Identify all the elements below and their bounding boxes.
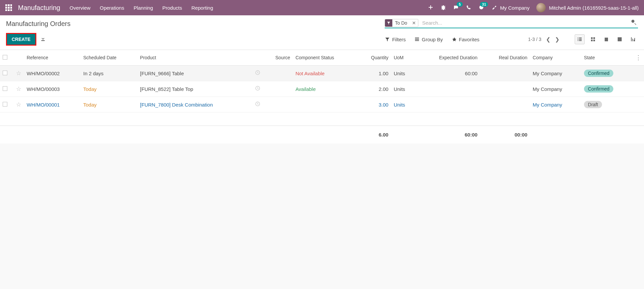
source-cell: [263, 81, 293, 97]
groupby-button[interactable]: Group By: [414, 37, 443, 42]
star-icon[interactable]: ☆: [16, 86, 21, 92]
create-button[interactable]: CREATE: [6, 33, 36, 46]
activity-icon[interactable]: [255, 102, 260, 108]
export-icon[interactable]: [40, 36, 46, 43]
select-all-checkbox[interactable]: [3, 55, 7, 60]
col-scheduled[interactable]: Scheduled Date: [81, 50, 137, 66]
view-pivot-icon[interactable]: [615, 34, 625, 44]
search-icon[interactable]: [631, 19, 638, 27]
star-icon[interactable]: ☆: [16, 70, 21, 77]
uom-cell: Units: [394, 71, 405, 76]
column-options-icon[interactable]: ⋮: [635, 54, 641, 61]
state-badge: Confirmed: [584, 70, 614, 77]
star-icon[interactable]: ☆: [16, 101, 21, 108]
source-cell: [263, 97, 293, 113]
real-cell: [480, 97, 530, 113]
activities-icon[interactable]: 31: [479, 5, 484, 11]
col-expected[interactable]: Expected Duration: [416, 50, 480, 66]
table-row[interactable]: ☆WH/MO/00003Today[FURN_8522] Table TopAv…: [0, 81, 644, 97]
uom-cell: Units: [394, 86, 405, 92]
real-cell: [480, 81, 530, 97]
tools-icon[interactable]: [491, 5, 497, 11]
reference-cell: WH/MO/00002: [27, 71, 60, 76]
view-graph-icon[interactable]: [628, 34, 638, 44]
expected-cell: [416, 97, 480, 113]
row-checkbox[interactable]: [3, 102, 7, 107]
col-component-status[interactable]: Component Status: [293, 50, 357, 66]
messages-badge: 5: [457, 2, 463, 7]
breadcrumb: Manufacturing Orders: [6, 19, 70, 28]
view-calendar-icon[interactable]: [601, 34, 611, 44]
scheduled-cell: In 2 days: [83, 71, 104, 76]
user-name: Mitchell Admin (16165925-saas-15-1-all): [549, 5, 639, 11]
nav-planning[interactable]: Planning: [134, 5, 153, 11]
company-cell: My Company: [533, 102, 562, 108]
filter-chip: To Do ✕: [385, 19, 418, 27]
col-product[interactable]: Product: [137, 50, 252, 66]
control-panel: Manufacturing Orders To Do ✕ CREATE: [0, 15, 644, 50]
nav-operations[interactable]: Operations: [100, 5, 124, 11]
col-uom[interactable]: UoM: [391, 50, 416, 66]
reference-cell: WH/MO/00003: [27, 86, 60, 92]
table-row[interactable]: ☆WH/MO/00002In 2 days[FURN_9666] TableNo…: [0, 66, 644, 81]
component-status-cell: Not Available: [295, 71, 324, 76]
quantity-cell: 1.00: [379, 71, 388, 76]
pager-next-icon[interactable]: ❯: [555, 36, 559, 43]
favorites-button[interactable]: Favorites: [452, 37, 480, 42]
bug-icon[interactable]: [441, 5, 446, 11]
quantity-cell: 2.00: [379, 86, 388, 92]
scheduled-cell: Today: [83, 102, 97, 108]
apps-launcher-icon[interactable]: [5, 4, 12, 11]
phone-icon[interactable]: [466, 5, 471, 11]
quantity-cell: 3.00: [379, 102, 388, 108]
row-checkbox[interactable]: [3, 71, 7, 75]
funnel-icon: [385, 19, 392, 27]
component-status-cell: Available: [295, 86, 316, 92]
view-list-icon[interactable]: [575, 34, 585, 44]
scheduled-cell: Today: [83, 86, 97, 92]
activity-icon[interactable]: [255, 71, 260, 76]
filters-button[interactable]: Filters: [385, 37, 406, 42]
row-checkbox[interactable]: [3, 86, 7, 91]
product-cell: [FURN_8522] Table Top: [140, 86, 193, 92]
col-company[interactable]: Company: [530, 50, 581, 66]
real-cell: [480, 66, 530, 81]
expected-cell: [416, 81, 480, 97]
col-state[interactable]: State: [581, 50, 633, 66]
search-box: To Do ✕: [385, 19, 638, 28]
avatar: [536, 3, 546, 12]
topbar: Manufacturing Overview Operations Planni…: [0, 0, 644, 15]
groupby-label: Group By: [422, 37, 443, 42]
view-kanban-icon[interactable]: [588, 34, 598, 44]
user-menu[interactable]: Mitchell Admin (16165925-saas-15-1-all): [536, 3, 639, 12]
reference-cell: WH/MO/00001: [27, 102, 60, 108]
company-selector[interactable]: My Company: [500, 5, 529, 11]
nav-reporting[interactable]: Reporting: [191, 5, 213, 11]
messages-icon[interactable]: 5: [453, 5, 459, 11]
col-reference[interactable]: Reference: [24, 50, 81, 66]
favorites-label: Favorites: [459, 37, 480, 42]
app-name: Manufacturing: [18, 4, 60, 12]
state-badge: Confirmed: [584, 85, 614, 93]
table-row[interactable]: ☆WH/MO/00001Today[FURN_7800] Desk Combin…: [0, 97, 644, 113]
totals-row: 6.0060:0000:00: [0, 126, 644, 144]
company-cell: My Company: [533, 86, 562, 92]
plus-icon[interactable]: [428, 5, 433, 11]
nav-overview[interactable]: Overview: [70, 5, 91, 11]
total-expected: 60:00: [416, 126, 480, 144]
nav-products[interactable]: Products: [162, 5, 182, 11]
col-quantity[interactable]: Quantity: [358, 50, 391, 66]
table: Reference Scheduled Date Product Source …: [0, 50, 644, 144]
product-cell: [FURN_7800] Desk Combination: [140, 102, 213, 108]
filters-label: Filters: [392, 37, 406, 42]
remove-filter-icon[interactable]: ✕: [410, 20, 418, 26]
pager-prev-icon[interactable]: ❮: [546, 36, 550, 43]
company-cell: My Company: [533, 71, 562, 76]
col-source[interactable]: Source: [263, 50, 293, 66]
search-input[interactable]: [420, 19, 631, 27]
activity-icon[interactable]: [255, 86, 260, 92]
source-cell: [263, 66, 293, 81]
col-real[interactable]: Real Duration: [480, 50, 530, 66]
uom-cell: Units: [394, 102, 405, 108]
activities-badge: 31: [480, 2, 488, 7]
